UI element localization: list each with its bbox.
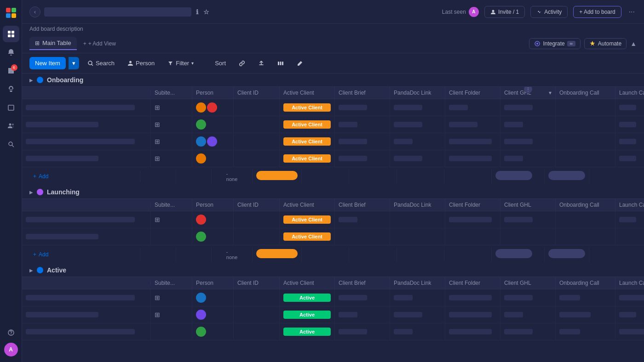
- cell-clientfolder[interactable]: [445, 323, 500, 340]
- cell-clientfolder[interactable]: [445, 289, 500, 306]
- status-chip-green[interactable]: Active: [283, 311, 331, 319]
- cell-subite[interactable]: ⊞: [151, 133, 192, 150]
- cell-person[interactable]: [192, 228, 234, 245]
- cell-launchcall[interactable]: [615, 323, 644, 340]
- cell-clientfolder[interactable]: [445, 116, 500, 133]
- cell-name[interactable]: [22, 99, 151, 116]
- cell-clientbrief[interactable]: [335, 99, 390, 116]
- col-header-launchcall-launching[interactable]: Launch Call ℹ: [615, 199, 644, 211]
- cell-activeclient[interactable]: Active Client: [280, 133, 335, 150]
- col-header-activeclient-launching[interactable]: Active Client: [280, 199, 335, 211]
- col-header-clientghl[interactable]: ⋮ Client GHL ▾: [500, 87, 556, 99]
- cell-pandadoc[interactable]: [390, 289, 445, 306]
- cell-pandadoc[interactable]: [390, 323, 445, 340]
- cell-launchcall[interactable]: [615, 133, 644, 150]
- share-icon-button[interactable]: [253, 58, 269, 69]
- cell-clientid[interactable]: [234, 323, 280, 340]
- col-header-launchcall-active[interactable]: Launch Call ℹ: [615, 277, 644, 289]
- table-row-active-3[interactable]: Active: [22, 323, 644, 340]
- cell-onboardingcall[interactable]: [556, 228, 615, 245]
- col-header-clientbrief-launching[interactable]: Client Brief: [335, 199, 390, 211]
- cell-clientghl[interactable]: [500, 99, 556, 116]
- cell-person[interactable]: [192, 306, 234, 323]
- cell-launchcall[interactable]: [615, 99, 644, 116]
- clientghl-expand[interactable]: ▾: [549, 90, 552, 96]
- col-header-clientbrief[interactable]: Client Brief: [335, 87, 390, 99]
- cell-name[interactable]: [22, 228, 151, 245]
- group-active-header[interactable]: ▶ Active: [22, 264, 644, 277]
- cell-pandadoc[interactable]: [390, 306, 445, 323]
- table-row-launching-1[interactable]: ⊞ Active Client: [22, 211, 644, 228]
- col-header-clientbrief-active[interactable]: Client Brief: [335, 277, 390, 289]
- table-row-active-1[interactable]: ⊞ Active: [22, 289, 644, 306]
- cell-onboardingcall[interactable]: [556, 323, 615, 340]
- col-header-clientfolder-launching[interactable]: Client Folder: [445, 199, 500, 211]
- col-header-person-launching[interactable]: Person: [192, 199, 234, 211]
- cell-subite[interactable]: ⊞: [151, 289, 192, 306]
- user-avatar-sidebar[interactable]: A: [4, 343, 18, 356]
- col-header-clientghl-launching[interactable]: Client GHL: [500, 199, 556, 211]
- status-chip-orange[interactable]: Active Client: [283, 154, 331, 163]
- cell-subite[interactable]: ⊞: [151, 211, 192, 228]
- sidebar-icon-rocket[interactable]: [3, 81, 19, 97]
- cell-clientghl[interactable]: [500, 306, 556, 323]
- col-header-clientfolder[interactable]: Client Folder: [445, 87, 500, 99]
- table-row-launching-2[interactable]: Active Client: [22, 228, 644, 245]
- subitem-icon[interactable]: ⊞: [155, 216, 160, 223]
- cell-activeclient[interactable]: Active: [280, 323, 335, 340]
- cell-clientfolder[interactable]: [445, 133, 500, 150]
- board-info-icon[interactable]: ℹ: [196, 8, 199, 16]
- board-star-icon[interactable]: ☆: [203, 8, 210, 16]
- status-chip-orange[interactable]: Active Client: [283, 103, 331, 112]
- col-header-onboardingcall-active[interactable]: Onboarding Call: [556, 277, 615, 289]
- cell-onboardingcall[interactable]: [556, 211, 615, 228]
- cell-name[interactable]: [22, 289, 151, 306]
- col-header-activeclient[interactable]: Active Client: [280, 87, 335, 99]
- cell-activeclient[interactable]: Active Client: [280, 99, 335, 116]
- col-header-person[interactable]: Person: [192, 87, 234, 99]
- more-options-button[interactable]: ···: [627, 6, 637, 18]
- cell-person[interactable]: [192, 150, 234, 167]
- cell-clientbrief[interactable]: [335, 323, 390, 340]
- subitem-icon[interactable]: ⊞: [155, 155, 160, 162]
- cell-activeclient[interactable]: Active: [280, 289, 335, 306]
- table-row[interactable]: ⊞ Active Client: [22, 116, 644, 133]
- cell-pandadoc[interactable]: [390, 133, 445, 150]
- cell-activeclient[interactable]: Active: [280, 306, 335, 323]
- col-header-onboardingcall[interactable]: Onboarding Call: [556, 87, 615, 99]
- add-to-board-button[interactable]: + Add to board: [573, 6, 621, 18]
- table-row[interactable]: ⊞ Active Client: [22, 99, 644, 116]
- status-chip-orange[interactable]: Active Client: [283, 137, 331, 146]
- cell-clientbrief[interactable]: [335, 133, 390, 150]
- status-chip-orange[interactable]: Active Client: [283, 215, 331, 224]
- cell-onboardingcall[interactable]: [556, 289, 615, 306]
- tab-main-table[interactable]: ⊞ Main Table: [29, 37, 77, 50]
- col-header-activeclient-active[interactable]: Active Client: [280, 277, 335, 289]
- col-header-person-active[interactable]: Person: [192, 277, 234, 289]
- invite-button[interactable]: Invite / 1: [484, 6, 525, 18]
- cell-clientbrief[interactable]: [335, 116, 390, 133]
- status-chip-green[interactable]: Active: [283, 294, 331, 302]
- app-logo[interactable]: [4, 6, 18, 20]
- col-header-onboardingcall-launching[interactable]: Onboarding Call: [556, 199, 615, 211]
- cell-clientghl[interactable]: [500, 150, 556, 167]
- cell-pandadoc[interactable]: [390, 116, 445, 133]
- cell-person[interactable]: [192, 116, 234, 133]
- cell-clientid[interactable]: [234, 116, 280, 133]
- cell-clientfolder[interactable]: [445, 228, 500, 245]
- cell-subite[interactable]: [151, 228, 192, 245]
- group-launching-collapse[interactable]: ▶: [29, 190, 33, 195]
- cell-person[interactable]: [192, 289, 234, 306]
- subitem-icon[interactable]: ⊞: [155, 294, 160, 301]
- col-header-clientid-launching[interactable]: Client ID: [234, 199, 280, 211]
- cell-clientid[interactable]: [234, 211, 280, 228]
- sidebar-icon-grid[interactable]: [3, 26, 19, 42]
- cell-clientbrief[interactable]: [335, 306, 390, 323]
- subitem-icon[interactable]: ⊞: [155, 138, 160, 145]
- cell-launchcall[interactable]: [615, 211, 644, 228]
- integrate-button[interactable]: Integrate ∞: [529, 38, 580, 49]
- cell-subite[interactable]: ⊞: [151, 150, 192, 167]
- sort-button[interactable]: Sort: [202, 57, 230, 69]
- cell-clientid[interactable]: [234, 289, 280, 306]
- cell-onboardingcall[interactable]: [556, 306, 615, 323]
